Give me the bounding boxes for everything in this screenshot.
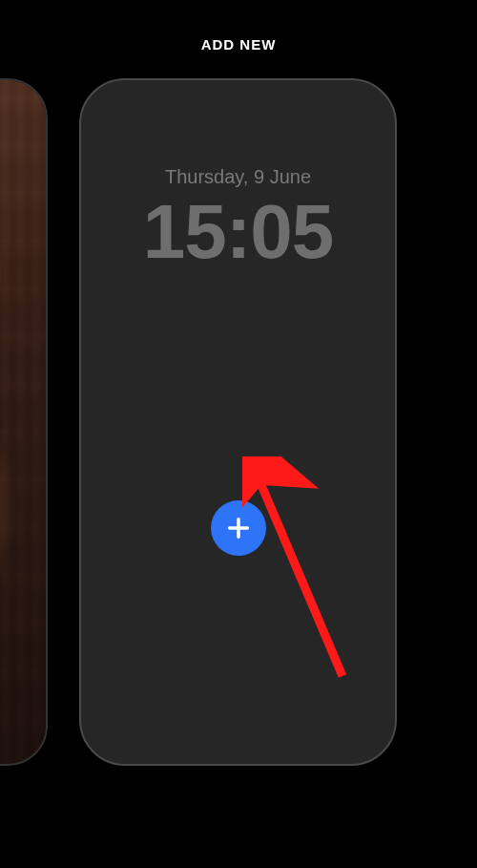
wallpaper-preview-new[interactable]: Thursday, 9 June 15:05 — [79, 78, 397, 766]
wallpaper-preview-previous[interactable] — [0, 78, 48, 766]
header-title: ADD NEW — [201, 36, 277, 53]
header: ADD NEW — [0, 36, 477, 53]
lockscreen-date: Thursday, 9 June — [81, 166, 395, 188]
plus-icon — [225, 515, 252, 541]
add-wallpaper-button[interactable] — [211, 500, 266, 556]
wallpaper-thumbnail — [0, 80, 46, 764]
lockscreen-content: Thursday, 9 June 15:05 — [81, 80, 395, 270]
lockscreen-time: 15:05 — [81, 194, 395, 270]
